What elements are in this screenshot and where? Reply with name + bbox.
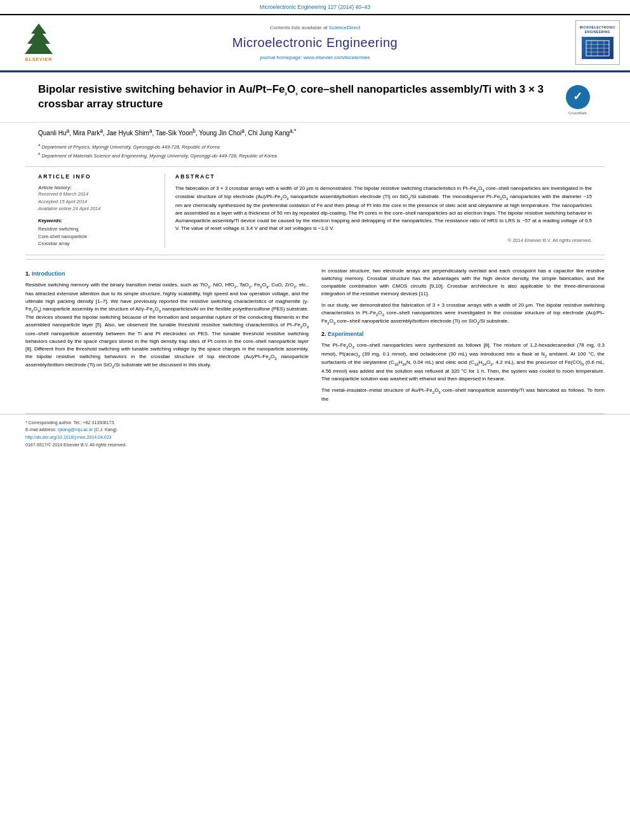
footer-col-left: * Corresponding author. Tel.: +82 313306… — [25, 420, 605, 450]
abstract-text: The fabrication of 3 × 3 crossbar arrays… — [175, 185, 592, 232]
journal-ref-text: Microelectronic Engineering 127 (2014) 4… — [260, 4, 370, 10]
journal-logo-right: MICROELECTRONICENGINEERING — [563, 20, 620, 65]
affiliation-a: a Department of Physics, Myongji Univers… — [38, 142, 592, 150]
journal-center-info: Contents lists available at ScienceDirec… — [67, 24, 563, 61]
article-info-heading: ARTICLE INFO — [38, 173, 154, 181]
footer-section: * Corresponding author. Tel.: +82 313306… — [0, 414, 630, 455]
section2-name: Experimental — [328, 331, 364, 337]
mee-logo-image — [582, 37, 613, 59]
abstract-heading: ABSTRACT — [175, 173, 592, 181]
affiliations: a Department of Physics, Myongji Univers… — [38, 142, 592, 159]
body-section: 1. Introduction Resistive switching memo… — [0, 260, 630, 413]
keywords-section: Keywords: Resistive switching Core-shell… — [38, 218, 154, 248]
journal-reference: Microelectronic Engineering 127 (2014) 4… — [0, 0, 630, 14]
sciencedirect-line: Contents lists available at ScienceDirec… — [74, 24, 556, 31]
section2-heading: 2. Experimental — [321, 330, 605, 339]
mee-logo-text: MICROELECTRONICENGINEERING — [580, 25, 616, 34]
keyword-2: Core-shell nanoparticle — [38, 234, 154, 241]
keyword-1: Resistive switching — [38, 226, 154, 233]
history-title: Article history: — [38, 185, 154, 192]
history-online: Available online 24 April 2014 — [38, 206, 154, 213]
article-info-abstract-section: ARTICLE INFO Article history: Received 6… — [25, 166, 605, 255]
authors-section: Quanli Hua, Mira Parka, Jae Hyuk Shima, … — [0, 123, 630, 162]
email-link[interactable]: cjkang@mju.ac.kr — [58, 427, 93, 432]
journal-header: ELSEVIER Contents lists available at Sci… — [0, 14, 630, 70]
crossmark-icon: ✓ — [566, 85, 590, 109]
svg-rect-2 — [36, 50, 41, 54]
article-info-col: ARTICLE INFO Article history: Received 6… — [38, 173, 165, 248]
abstract-copyright: © 2014 Elsevier B.V. All rights reserved… — [175, 237, 592, 244]
journal-logo-box: MICROELECTRONICENGINEERING — [575, 20, 620, 65]
elsevier-brand-text: ELSEVIER — [25, 57, 53, 63]
journal-homepage: journal homepage: www.elsevier.com/locat… — [74, 54, 556, 61]
footnote-email: E-mail address: cjkang@mju.ac.kr (C.J. K… — [25, 427, 605, 433]
section1-name: Introduction — [32, 270, 65, 277]
article-title-section: Bipolar resistive switching behavior in … — [0, 72, 630, 123]
elsevier-tree-icon — [20, 22, 58, 55]
section1-num: 1. — [25, 270, 32, 277]
footnote-copyright: 0167-9317/© 2014 Elsevier B.V. All right… — [25, 442, 605, 448]
intro-para-1: Resistive switching memory with the bina… — [25, 281, 309, 370]
section2-num: 2. — [321, 331, 328, 337]
body-col-right: In crossbar structure, two electrode arr… — [321, 267, 605, 407]
history-accepted: Accepted 15 April 2014 — [38, 199, 154, 206]
journal-title-header: Microelectronic Engineering — [74, 34, 556, 51]
footnote-corresponding: * Corresponding author. Tel.: +82 313306… — [25, 420, 605, 426]
mee-logo-svg — [585, 39, 610, 57]
page-wrapper: Microelectronic Engineering 127 (2014) 4… — [0, 0, 630, 455]
experimental-para-2: The metal–insulator–metal structure of A… — [321, 387, 605, 403]
keywords-title: Keywords: — [38, 218, 154, 225]
doi-link[interactable]: http://dx.doi.org/10.1016/j.mee.2014.04.… — [25, 435, 111, 439]
footnote-doi: http://dx.doi.org/10.1016/j.mee.2014.04.… — [25, 434, 605, 441]
history-received: Received 6 March 2014 — [38, 191, 154, 198]
elsevier-logo: ELSEVIER — [10, 22, 67, 63]
crossmark-text: CrossMark — [568, 110, 587, 116]
article-title: Bipolar resistive switching behavior in … — [38, 83, 563, 112]
intro-para-right-2: In our study, we demonstrated the fabric… — [321, 302, 605, 326]
sciencedirect-link[interactable]: ScienceDirect — [329, 25, 360, 30]
authors-line: Quanli Hua, Mira Parka, Jae Hyuk Shima, … — [38, 128, 592, 138]
body-col-left: 1. Introduction Resistive switching memo… — [25, 267, 309, 407]
keyword-3: Crossbar array — [38, 241, 154, 248]
abstract-col: ABSTRACT The fabrication of 3 × 3 crossb… — [165, 173, 592, 248]
affiliation-b: b Department of Materials Science and En… — [38, 151, 592, 159]
intro-para-right-1: In crossbar structure, two electrode arr… — [321, 267, 605, 298]
crossmark-badge[interactable]: ✓ CrossMark — [563, 85, 592, 116]
section1-heading: 1. Introduction — [25, 270, 309, 279]
article-history: Article history: Received 6 March 2014 A… — [38, 185, 154, 213]
experimental-para-1: The Pt–Fe2O3 core–shell nanoparticles we… — [321, 342, 605, 383]
